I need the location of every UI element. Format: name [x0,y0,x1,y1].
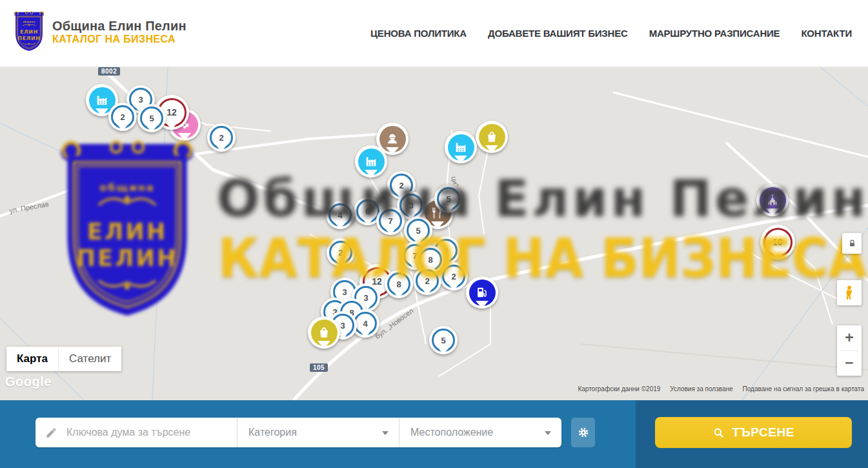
cluster-marker[interactable]: 5 [137,104,166,132]
nav-route-schedule[interactable]: МАРШРУТНО РАЗПИСАНИЕ [649,28,780,39]
cluster-marker[interactable]: 8 [385,270,413,298]
category-marker-shopping-bag[interactable] [476,121,508,153]
report-error-link[interactable]: Подаване на сигнал за грешка в картата [743,385,864,392]
map-attribution: Картографски данни ©2019 Условия за полз… [578,385,864,392]
chevron-down-icon [545,431,551,435]
svg-text:ЕЛИН: ЕЛИН [20,29,38,35]
search-icon [712,427,725,439]
nav-pricing-policy[interactable]: ЦЕНОВА ПОЛИТИКА [370,28,467,39]
cluster-marker[interactable]: 2 [327,238,355,267]
search-button-label: ТЪРСЕНЕ [732,425,794,440]
map-type-control: Карта Сателит [6,347,121,371]
category-select[interactable]: Категория [237,418,399,447]
pencil-icon [45,427,57,439]
category-marker-factory[interactable] [445,131,477,163]
google-logo[interactable]: Google [5,374,52,389]
search-bar: Категория Местоположение ТЪРСЕНЕ [0,400,868,468]
zoom-in-button[interactable]: + [837,325,862,351]
map-type-map-button[interactable]: Карта [6,347,58,371]
chevron-down-icon [382,431,389,435]
category-select-label: Категория [237,427,297,438]
keyword-field-wrap [35,418,237,447]
search-button[interactable]: ТЪРСЕНЕ [655,417,852,448]
zoom-control: + − [837,325,862,376]
cluster-marker[interactable]: 10 [760,225,795,259]
marker-layer: 3251222356754247822128333834510 [0,66,868,400]
lock-icon [847,238,857,249]
map-type-satellite-button[interactable]: Сателит [58,347,121,371]
cluster-marker[interactable]: 7 [376,207,405,235]
location-select[interactable]: Местоположение [399,418,561,447]
cluster-marker[interactable]: 2 [439,262,468,290]
category-marker-shopping-bag[interactable] [308,316,340,349]
site-title: Община Елин Пелин [52,19,187,34]
search-fields-group: Категория Местоположение [35,418,561,447]
nav-add-business[interactable]: ДОБАВЕТЕ ВАШИЯТ БИЗНЕС [488,28,628,39]
svg-text:община: община [23,21,35,23]
brand-logo[interactable]: община ЕЛИН ПЕЛИН Община Елин Пелин КАТА… [13,10,187,54]
cluster-marker[interactable]: 2 [413,267,441,295]
cluster-marker[interactable]: 4 [326,201,354,229]
header: община ЕЛИН ПЕЛИН Община Елин Пелин КАТА… [0,0,868,67]
advanced-settings-button[interactable] [571,418,595,447]
map-canvas[interactable]: 3251222356754247822128333834510 община Е… [0,66,868,400]
attribution-copyright: Картографски данни ©2019 [578,385,660,392]
page: община ЕЛИН ПЕЛИН Община Елин Пелин КАТА… [0,0,868,468]
pegman-icon [842,285,856,301]
pegman-button[interactable] [837,280,862,305]
gear-icon [577,426,590,439]
municipality-crest-icon: община ЕЛИН ПЕЛИН [13,10,45,54]
cluster-marker[interactable]: 5 [404,216,432,245]
category-marker-fuel[interactable] [466,276,498,309]
category-marker-church[interactable] [756,184,789,216]
main-nav: ЦЕНОВА ПОЛИТИКА ДОБАВЕТЕ ВАШИЯТ БИЗНЕС М… [370,0,852,66]
zoom-out-button[interactable]: − [837,351,862,376]
location-select-label: Местоположение [399,427,493,438]
keyword-input[interactable] [65,426,237,439]
site-subtitle: КАТАЛОГ НА БИЗНЕСА [52,34,187,45]
category-marker-factory[interactable] [355,145,387,178]
nav-contacts[interactable]: КОНТАКТИ [801,28,852,39]
terms-link[interactable]: Условия за ползване [670,385,732,392]
cluster-marker[interactable]: 2 [207,123,236,152]
cluster-marker[interactable]: 5 [429,326,458,354]
lock-button[interactable] [842,233,862,254]
svg-text:ПЕЛИН: ПЕЛИН [17,36,40,41]
cluster-marker[interactable]: 2 [108,103,137,131]
cluster-marker[interactable]: 5 [434,185,463,213]
